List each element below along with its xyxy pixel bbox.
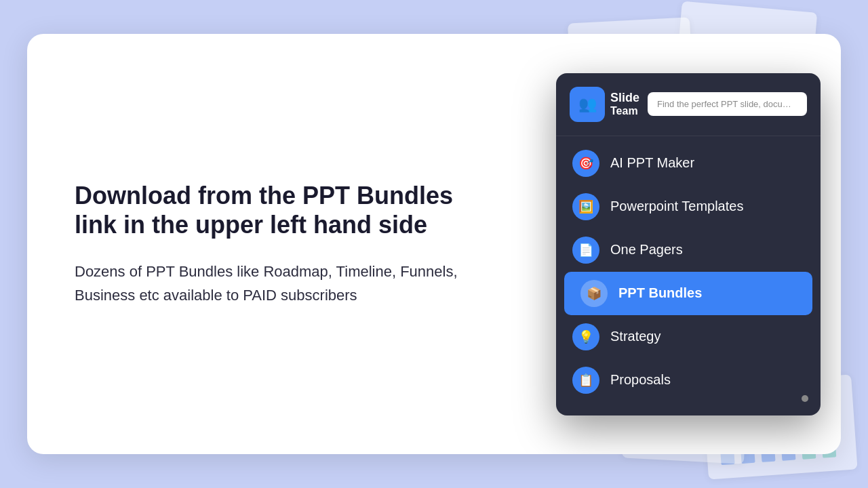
ai-ppt-label: AI PPT Maker: [610, 155, 694, 171]
logo-area: 👥 Slide Team: [570, 87, 639, 122]
page-background: Download from the PPT Bundles link in th…: [0, 0, 868, 488]
proposals-label: Proposals: [610, 372, 671, 388]
body-text: Dozens of PPT Bundles like Roadmap, Time…: [75, 260, 475, 307]
panel-header: 👥 Slide Team Find the perfect PPT slide,…: [556, 87, 821, 136]
dropdown-panel: 👥 Slide Team Find the perfect PPT slide,…: [556, 73, 821, 415]
menu-item-ai-ppt[interactable]: 🎯 AI PPT Maker: [556, 142, 821, 185]
strategy-label: Strategy: [610, 329, 660, 344]
menu-list: 🎯 AI PPT Maker 🖼️ Powerpoint Templates 📄…: [556, 136, 821, 402]
one-pagers-icon: 📄: [572, 237, 599, 264]
right-area: 👥 Slide Team Find the perfect PPT slide,…: [515, 34, 841, 454]
proposals-icon: 📋: [572, 367, 599, 394]
logo-text: Slide Team: [610, 92, 639, 117]
menu-item-proposals[interactable]: 📋 Proposals: [556, 359, 821, 402]
powerpoint-icon: 🖼️: [572, 193, 599, 220]
ppt-bundles-icon: 📦: [580, 280, 608, 307]
ai-ppt-icon: 🎯: [572, 150, 599, 177]
strategy-icon: 💡: [572, 323, 599, 350]
main-heading: Download from the PPT Bundles link in th…: [75, 181, 475, 239]
ppt-bundles-label: PPT Bundles: [618, 285, 702, 301]
left-content: Download from the PPT Bundles link in th…: [27, 140, 515, 348]
main-card: Download from the PPT Bundles link in th…: [27, 34, 841, 454]
menu-item-powerpoint[interactable]: 🖼️ Powerpoint Templates: [556, 185, 821, 228]
powerpoint-label: Powerpoint Templates: [610, 199, 743, 214]
search-box[interactable]: Find the perfect PPT slide, document...: [648, 92, 807, 116]
menu-item-one-pagers[interactable]: 📄 One Pagers: [556, 228, 821, 272]
scroll-indicator: [802, 395, 808, 402]
menu-item-strategy[interactable]: 💡 Strategy: [556, 315, 821, 359]
logo-icon: 👥: [570, 87, 605, 122]
menu-item-ppt-bundles[interactable]: 📦 PPT Bundles: [564, 272, 812, 315]
one-pagers-label: One Pagers: [610, 242, 683, 258]
